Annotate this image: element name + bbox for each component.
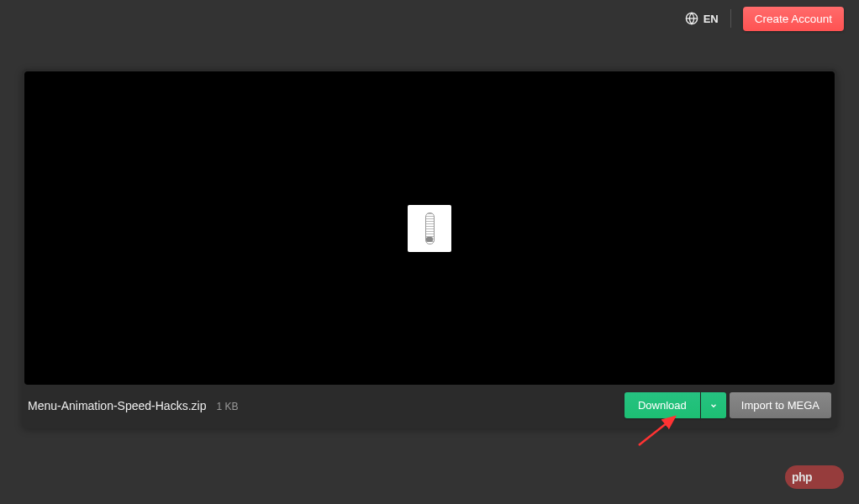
language-label: EN xyxy=(704,13,719,25)
file-size: 1 KB xyxy=(216,401,238,412)
file-name: Menu-Animation-Speed-Hacks.zip xyxy=(28,399,206,412)
globe-icon xyxy=(685,12,698,25)
file-info: Menu-Animation-Speed-Hacks.zip 1 KB xyxy=(28,399,624,412)
language-selector[interactable]: EN xyxy=(685,9,731,28)
download-button[interactable]: Download xyxy=(624,392,700,418)
create-account-button[interactable]: Create Account xyxy=(743,7,844,31)
zip-file-icon xyxy=(408,205,451,252)
import-button[interactable]: Import to MEGA xyxy=(730,392,831,418)
file-panel: Menu-Animation-Speed-Hacks.zip 1 KB Down… xyxy=(22,69,837,428)
preview-area xyxy=(24,71,835,385)
download-button-group: Download xyxy=(624,392,726,418)
action-buttons: Download Import to MEGA xyxy=(624,392,831,418)
watermark: php xyxy=(785,465,844,489)
download-dropdown-button[interactable] xyxy=(701,392,726,418)
chevron-down-icon xyxy=(709,402,718,410)
watermark-text: php xyxy=(792,470,812,484)
info-bar: Menu-Animation-Speed-Hacks.zip 1 KB Down… xyxy=(24,385,835,426)
zipper-graphic xyxy=(425,213,435,244)
top-bar: EN Create Account xyxy=(0,0,859,37)
